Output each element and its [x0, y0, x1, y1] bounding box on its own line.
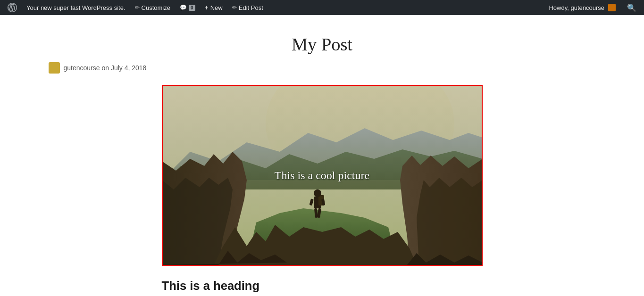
edit-post-button[interactable]: ✏ Edit Post: [228, 0, 267, 15]
cover-image-block[interactable]: This is a cool picture: [162, 85, 483, 266]
customize-button[interactable]: ✏ Customize: [131, 0, 174, 15]
comment-count: 0: [189, 5, 195, 11]
cover-image: This is a cool picture: [163, 86, 482, 265]
comment-count-badge: 0: [189, 5, 195, 11]
admin-bar-right: Howdy, gutencourse 🔍: [545, 0, 640, 15]
paintbrush-icon: ✏: [135, 4, 140, 11]
author-avatar: [49, 62, 60, 74]
new-button[interactable]: + New: [201, 0, 226, 15]
wordpress-icon: [8, 3, 17, 12]
post-meta: gutencourse on July 4, 2018: [49, 62, 596, 74]
post-heading: This is a heading: [162, 279, 483, 293]
howdy-button[interactable]: Howdy, gutencourse: [545, 0, 619, 15]
admin-bar-left: Your new super fast WordPress site. ✏ Cu…: [4, 0, 543, 15]
cover-image-caption: This is a cool picture: [275, 169, 369, 182]
new-label: New: [210, 4, 223, 11]
comments-button[interactable]: 💬 0: [176, 0, 199, 15]
comment-icon: 💬: [180, 4, 187, 11]
avatar: [608, 4, 616, 11]
site-name-button[interactable]: Your new super fast WordPress site.: [23, 0, 129, 15]
site-name-label: Your new super fast WordPress site.: [26, 4, 125, 11]
main-content: My Post gutencourse on July 4, 2018: [39, 15, 605, 296]
pencil-icon: ✏: [232, 4, 237, 11]
edit-post-label: Edit Post: [239, 4, 263, 11]
plus-icon: +: [205, 4, 209, 11]
post-title: My Post: [49, 34, 596, 55]
search-icon: 🔍: [627, 3, 636, 12]
customize-label: Customize: [142, 4, 170, 11]
search-button[interactable]: 🔍: [623, 0, 640, 15]
admin-bar: Your new super fast WordPress site. ✏ Cu…: [0, 0, 644, 15]
howdy-label: Howdy, gutencourse: [549, 4, 604, 11]
post-meta-text: gutencourse on July 4, 2018: [64, 64, 147, 72]
wp-logo-button[interactable]: [4, 0, 21, 15]
